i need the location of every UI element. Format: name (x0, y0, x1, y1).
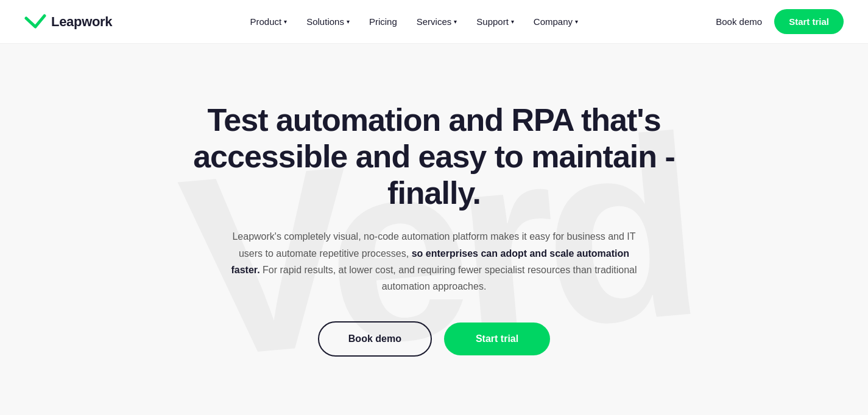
chevron-down-icon: ▾ (347, 18, 350, 25)
chevron-down-icon: ▾ (575, 18, 578, 25)
hero-subtitle-rest: For rapid results, at lower cost, and re… (260, 265, 637, 291)
nav-item-support[interactable]: Support ▾ (476, 16, 514, 27)
nav-menu: Product ▾ Solutions ▾ Pricing Services ▾… (250, 16, 578, 27)
nav-item-services[interactable]: Services ▾ (417, 16, 457, 27)
nav-item-product[interactable]: Product ▾ (250, 16, 287, 27)
start-trial-nav-button[interactable]: Start trial (774, 9, 844, 34)
book-demo-button[interactable]: Book demo (318, 321, 432, 357)
hero-section: Verd Test automation and RPA that's acce… (0, 44, 868, 415)
start-trial-button[interactable]: Start trial (444, 323, 550, 355)
leapwork-logo-icon (24, 13, 46, 30)
hero-title: Test automation and RPA that's accessibl… (191, 102, 678, 211)
navbar-cta: Book demo Start trial (716, 9, 844, 34)
logo-container[interactable]: Leapwork (24, 13, 112, 30)
navbar: Leapwork Product ▾ Solutions ▾ Pricing S… (0, 0, 868, 44)
hero-subtitle: Leapwork's completely visual, no-code au… (227, 228, 641, 295)
hero-cta-buttons: Book demo Start trial (191, 321, 678, 357)
book-demo-nav-link[interactable]: Book demo (716, 16, 762, 27)
nav-item-company[interactable]: Company ▾ (534, 16, 578, 27)
nav-item-pricing[interactable]: Pricing (369, 16, 397, 27)
brand-name: Leapwork (51, 14, 112, 30)
chevron-down-icon: ▾ (511, 18, 514, 25)
chevron-down-icon: ▾ (454, 18, 457, 25)
chevron-down-icon: ▾ (284, 18, 287, 25)
hero-content: Test automation and RPA that's accessibl… (166, 102, 702, 357)
nav-item-solutions[interactable]: Solutions ▾ (306, 16, 350, 27)
